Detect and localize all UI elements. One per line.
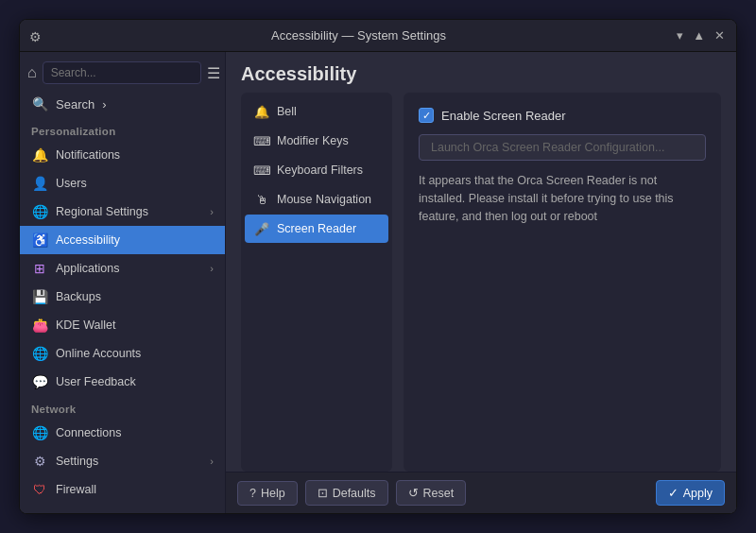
apply-button[interactable]: ✓ Apply: [656, 480, 725, 506]
sidebar-item-regional-settings-label: Regional Settings: [56, 205, 202, 218]
apply-label: Apply: [683, 487, 713, 500]
subcat-modifier-keys-label: Modifier Keys: [277, 134, 349, 147]
sidebar-item-firewall[interactable]: 🛡 Firewall: [20, 475, 225, 504]
sidebar-item-users[interactable]: 👤 Users: [20, 169, 225, 198]
defaults-label: Defaults: [333, 487, 376, 500]
page-title: Accessibility: [241, 63, 356, 84]
defaults-button[interactable]: ⊡ Defaults: [305, 480, 388, 506]
connections-icon: 🌐: [31, 424, 48, 441]
sidebar-item-settings[interactable]: ⚙ Settings ›: [20, 447, 225, 475]
subcat-bell[interactable]: 🔔 Bell: [245, 97, 388, 126]
sidebar-item-accessibility-label: Accessibility: [56, 233, 214, 247]
sidebar-item-kde-wallet-label: KDE Wallet: [56, 318, 214, 332]
backups-icon: 💾: [31, 288, 48, 305]
enable-screen-reader-label: Enable Screen Reader: [441, 109, 566, 123]
orca-info-text: It appears that the Orca Screen Reader i…: [419, 172, 706, 225]
settings-panel: Enable Screen Reader Launch Orca Screen …: [404, 93, 721, 472]
titlebar-controls[interactable]: ▾ ▲ ✕: [675, 28, 727, 43]
subcat-mouse-navigation-label: Mouse Navigation: [277, 193, 371, 206]
subcat-screen-reader-label: Screen Reader: [277, 222, 356, 235]
kde-wallet-icon: 👛: [31, 317, 48, 334]
accessibility-icon: ♿: [31, 232, 48, 249]
chevron-right-icon: ›: [210, 206, 214, 217]
subcat-screen-reader[interactable]: 🎤 Screen Reader: [245, 215, 388, 243]
sidebar-item-search[interactable]: 🔍 Search ›: [20, 90, 225, 118]
sidebar-item-kde-wallet[interactable]: 👛 KDE Wallet: [20, 311, 225, 339]
sidebar-item-connections[interactable]: 🌐 Connections: [20, 419, 225, 447]
sidebar-item-online-accounts[interactable]: 🌐 Online Accounts: [20, 339, 225, 368]
section-personalization: Personalization: [20, 118, 225, 141]
section-network: Network: [20, 396, 225, 419]
window-title: Accessibility — System Settings: [43, 28, 675, 43]
subcat-bell-label: Bell: [277, 105, 297, 118]
modifier-keys-icon: ⌨: [254, 133, 269, 148]
sidebar-item-notifications[interactable]: 🔔 Notifications: [20, 141, 225, 169]
reset-label: Reset: [423, 487, 455, 500]
sidebar-item-backups-label: Backups: [56, 290, 214, 303]
sidebar-item-applications[interactable]: ⊞ Applications ›: [20, 254, 225, 283]
sidebar-item-firewall-label: Firewall: [56, 483, 214, 496]
section-hardware: Hardware: [20, 504, 225, 513]
help-icon: ?: [249, 487, 256, 500]
sidebar-item-accessibility[interactable]: ♿ Accessibility: [20, 226, 225, 254]
chevron-right-icon: ›: [210, 456, 214, 467]
sidebar-item-applications-label: Applications: [56, 262, 202, 275]
close-button[interactable]: ✕: [713, 28, 727, 43]
maximize-button[interactable]: ▲: [691, 28, 707, 43]
subcat-keyboard-filters-label: Keyboard Filters: [277, 163, 363, 177]
screen-reader-icon: 🎤: [254, 221, 269, 236]
sidebar-item-connections-label: Connections: [56, 426, 214, 439]
home-button[interactable]: ⌂: [27, 60, 37, 86]
chevron-right-icon: ›: [102, 97, 106, 112]
users-icon: 👤: [31, 175, 48, 192]
sidebar-top: ⌂ ☰: [20, 52, 225, 90]
sidebar-item-user-feedback-label: User Feedback: [56, 375, 214, 388]
online-accounts-icon: 🌐: [31, 345, 48, 362]
user-feedback-icon: 💬: [31, 373, 48, 390]
sidebar-item-online-accounts-label: Online Accounts: [56, 347, 214, 360]
sidebar-item-notifications-label: Notifications: [56, 148, 214, 162]
sidebar-item-backups[interactable]: 💾 Backups: [20, 283, 225, 311]
reset-button[interactable]: ↺ Reset: [396, 480, 467, 506]
main-body: ⌂ ☰ 🔍 Search › Personalization 🔔 Notific…: [20, 52, 736, 513]
subcat-mouse-navigation[interactable]: 🖱 Mouse Navigation: [245, 185, 388, 214]
content-body: 🔔 Bell ⌨ Modifier Keys ⌨ Keyboard Filter…: [226, 93, 736, 472]
notifications-icon: 🔔: [31, 146, 48, 163]
firewall-icon: 🛡: [31, 481, 48, 498]
enable-screen-reader-checkbox[interactable]: [419, 108, 434, 123]
launch-orca-label: Launch Orca Screen Reader Configuration.…: [431, 141, 664, 154]
keyboard-filters-icon: ⌨: [254, 163, 269, 178]
help-button[interactable]: ? Help: [237, 481, 298, 506]
titlebar: ⚙ Accessibility — System Settings ▾ ▲ ✕: [20, 20, 736, 52]
subcat-modifier-keys[interactable]: ⌨ Modifier Keys: [245, 127, 388, 155]
main-window: ⚙ Accessibility — System Settings ▾ ▲ ✕ …: [19, 19, 737, 514]
apply-icon: ✓: [668, 486, 679, 500]
content-header: Accessibility: [226, 52, 736, 93]
content-area: Accessibility 🔔 Bell ⌨ Modifier Keys ⌨: [226, 52, 736, 513]
enable-screen-reader-row: Enable Screen Reader: [419, 108, 706, 123]
hamburger-menu-button[interactable]: ☰: [207, 60, 220, 86]
sidebar-item-users-label: Users: [56, 177, 214, 190]
bell-icon: 🔔: [254, 104, 269, 119]
sidebar-item-search-label: Search: [56, 97, 94, 112]
settings-icon: ⚙: [31, 453, 48, 470]
sidebar-item-user-feedback[interactable]: 💬 User Feedback: [20, 368, 225, 396]
titlebar-left: ⚙: [29, 29, 43, 43]
mouse-navigation-icon: 🖱: [254, 192, 269, 207]
chevron-right-icon: ›: [210, 263, 214, 274]
bottom-bar: ? Help ⊡ Defaults ↺ Reset ✓ Apply: [226, 472, 736, 513]
subcategory-panel: 🔔 Bell ⌨ Modifier Keys ⌨ Keyboard Filter…: [241, 93, 392, 472]
search-input[interactable]: [43, 61, 201, 84]
search-icon: 🔍: [31, 95, 48, 112]
sidebar-item-regional-settings[interactable]: 🌐 Regional Settings ›: [20, 198, 225, 226]
regional-settings-icon: 🌐: [31, 203, 48, 220]
reset-icon: ↺: [408, 486, 419, 500]
launch-orca-button[interactable]: Launch Orca Screen Reader Configuration.…: [419, 134, 706, 161]
subcat-keyboard-filters[interactable]: ⌨ Keyboard Filters: [245, 156, 388, 184]
help-label: Help: [261, 487, 285, 500]
sidebar: ⌂ ☰ 🔍 Search › Personalization 🔔 Notific…: [20, 52, 226, 513]
sidebar-item-settings-label: Settings: [56, 455, 202, 468]
minimize-button[interactable]: ▾: [675, 28, 685, 43]
defaults-icon: ⊡: [318, 486, 328, 500]
app-icon: ⚙: [29, 29, 43, 43]
